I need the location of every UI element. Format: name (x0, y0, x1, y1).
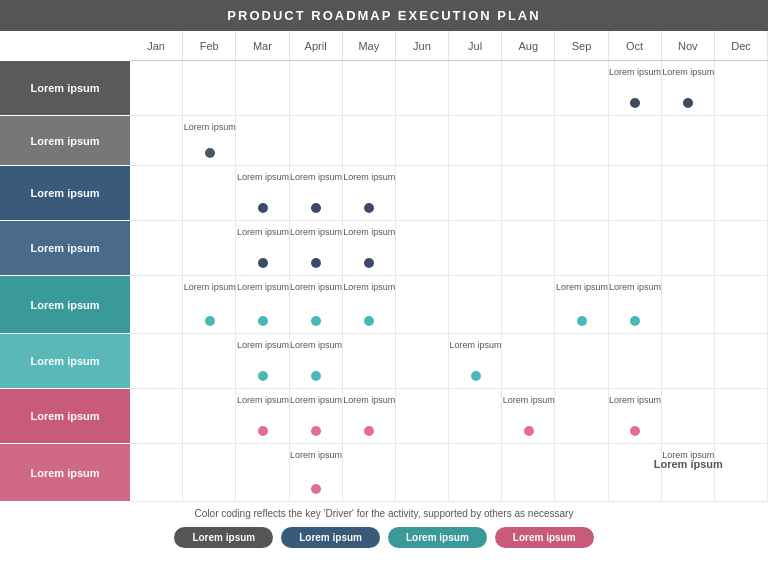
milestone-dot (628, 96, 642, 110)
grid-row: Lorem ipsum (130, 116, 768, 166)
legend-item: Lorem ipsum (495, 527, 594, 548)
grid-cell (502, 166, 555, 220)
grid-cell (236, 444, 289, 501)
grid-cell (662, 166, 715, 220)
grid-cell (609, 444, 662, 501)
grid-cell (662, 389, 715, 443)
grid-cell (609, 116, 662, 165)
dot-label: Lorem ipsum (556, 282, 608, 292)
grid-cell (449, 389, 502, 443)
grid-cell (343, 444, 396, 501)
grid-cell (183, 389, 236, 443)
grid-cell (715, 444, 768, 501)
grid-row: Lorem ipsumLorem ipsumLorem ipsum (130, 334, 768, 389)
dot-label: Lorem ipsum (237, 172, 289, 182)
grid-cell (502, 61, 555, 115)
grid-cell (502, 276, 555, 333)
footer-note: Color coding reflects the key 'Driver' f… (0, 502, 768, 523)
grid-cell (502, 334, 555, 388)
milestone-dot (203, 314, 217, 328)
grid-cell (130, 61, 183, 115)
month-header: JanFebMarAprilMayJunJulAugSepOctNovDec (130, 31, 768, 61)
grid-cell (715, 334, 768, 388)
dot-label: Lorem ipsum (237, 340, 289, 350)
dot-label: Lorem ipsum (662, 67, 714, 77)
dot-label: Lorem ipsum (343, 395, 395, 405)
grid-cell (502, 116, 555, 165)
milestone-dot (256, 201, 270, 215)
grid-cell (555, 61, 608, 115)
month-cell: Jun (396, 31, 449, 60)
row-label: Lorem ipsum (0, 389, 130, 444)
grid-rows: Lorem ipsumLorem ipsumLorem ipsumLorem i… (130, 61, 768, 502)
milestone-dot (309, 201, 323, 215)
milestone-dot (628, 314, 642, 328)
milestone-dot (203, 146, 217, 160)
dot-label: Lorem ipsum (290, 282, 342, 292)
grid-cell (396, 166, 449, 220)
grid-cell (396, 334, 449, 388)
grid-cell (449, 116, 502, 165)
grid-cell (396, 61, 449, 115)
dot-label: Lorem ipsum (343, 172, 395, 182)
row-label: Lorem ipsum (0, 221, 130, 276)
grid-cell (183, 166, 236, 220)
dot-label: Lorem ipsum (290, 450, 342, 460)
grid-row: Lorem ipsumLorem ipsumLorem ipsum (130, 444, 768, 502)
grid-cell (715, 221, 768, 275)
month-cell: Oct (609, 31, 662, 60)
grid-cell (290, 61, 343, 115)
milestone-dot (309, 314, 323, 328)
row-label: Lorem ipsum (0, 276, 130, 334)
title-bar: PRODUCT ROADMAP EXECUTION PLAN (0, 0, 768, 31)
grid-row: Lorem ipsumLorem ipsumLorem ipsumLorem i… (130, 276, 768, 334)
month-cell: Sep (555, 31, 608, 60)
legend-item: Lorem ipsum (388, 527, 487, 548)
dot-label: Lorem ipsum (609, 282, 661, 292)
dot-label: Lorem ipsum (237, 395, 289, 405)
legend-item: Lorem ipsum (174, 527, 273, 548)
dot-label: Lorem ipsum (290, 340, 342, 350)
milestone-dot (522, 424, 536, 438)
grid-cell (449, 61, 502, 115)
grid-cell (715, 389, 768, 443)
month-cell: Feb (183, 31, 236, 60)
grid-row: Lorem ipsumLorem ipsumLorem ipsum (130, 221, 768, 276)
grid-cell (609, 166, 662, 220)
dot-label: Lorem ipsum (290, 395, 342, 405)
legend-item: Lorem ipsum (281, 527, 380, 548)
grid-cell (396, 116, 449, 165)
month-cell: Jan (130, 31, 183, 60)
grid-cell (502, 221, 555, 275)
grid-row: Lorem ipsumLorem ipsum (130, 61, 768, 116)
grid-cell (555, 116, 608, 165)
month-cell: Dec (715, 31, 768, 60)
grid-area: JanFebMarAprilMayJunJulAugSepOctNovDec L… (130, 31, 768, 502)
grid-cell (662, 334, 715, 388)
grid-cell (183, 444, 236, 501)
grid-cell (130, 276, 183, 333)
dot-label: Lorem ipsum (450, 340, 502, 350)
grid-cell (183, 334, 236, 388)
grid-cell (555, 166, 608, 220)
grid-cell (130, 221, 183, 275)
month-cell: Aug (502, 31, 555, 60)
month-cell: Jul (449, 31, 502, 60)
row-label: Lorem ipsum (0, 166, 130, 221)
grid-cell (449, 276, 502, 333)
header-spacer (0, 31, 130, 61)
dot-label: Lorem ipsum (184, 122, 236, 132)
grid-cell (183, 221, 236, 275)
dot-label: Lorem ipsum (503, 395, 555, 405)
row-label: Lorem ipsum (0, 334, 130, 389)
grid-cell (396, 221, 449, 275)
month-cell: Mar (236, 31, 289, 60)
grid-cell (183, 61, 236, 115)
grid-cell (236, 116, 289, 165)
grid-row: Lorem ipsumLorem ipsumLorem ipsum (130, 166, 768, 221)
row-labels: Lorem ipsumLorem ipsumLorem ipsumLorem i… (0, 31, 130, 502)
milestone-dot (256, 369, 270, 383)
milestone-dot (256, 256, 270, 270)
milestone-dot (628, 424, 642, 438)
milestone-dot (256, 424, 270, 438)
